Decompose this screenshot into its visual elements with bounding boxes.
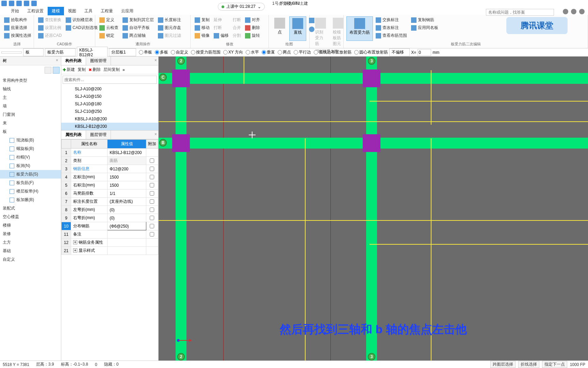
cloud-check-button[interactable]: 云检查 [98,24,120,31]
comp-item-4[interactable]: KBSLJ-A10@200 [61,115,158,123]
prop-extra-check[interactable] [150,208,154,212]
comp-item-5[interactable]: KBSLJ-B12@200 [61,123,158,130]
nav-cat-axis[interactable]: 轴线 [0,85,61,93]
x-input[interactable] [418,49,431,56]
radio-parallel[interactable]: 平行边 [294,49,311,55]
copy-to-floor-button[interactable]: 复制到其它层 [121,16,155,24]
copy-rebar-button[interactable]: 复制钢筋 [410,16,440,24]
prop-name-cell[interactable]: 名称 [71,149,108,157]
modify-group-label[interactable]: 修改 [193,41,266,47]
radio-arc-radial[interactable]: 弧线边布置放射筋 [314,49,352,55]
radio-custom[interactable]: 自定义 [171,49,188,55]
prop-value-cell[interactable]: 1500 [108,173,146,181]
prop-value-cell[interactable] [108,247,146,255]
nav-cat-stair[interactable]: 楼梯 [0,221,61,230]
ctx-dropdown-1[interactable] [1,51,22,53]
prop-name-cell[interactable]: 右标注(mm) [71,181,108,189]
align-button[interactable]: 对齐 [244,16,261,24]
point-tool-button[interactable]: 点 [272,16,288,41]
status-polyline-button[interactable]: 折线选择 [518,361,539,368]
batch-select-button[interactable]: 批量选择 [3,24,33,31]
rotate-button[interactable]: 旋转 [244,32,261,39]
nav-cat-beam[interactable]: 来 [0,119,61,127]
menu-project-settings[interactable]: 工程设置 [23,7,48,15]
auto-align-button[interactable]: 自动平齐板 [121,24,155,31]
nav-floor-strip[interactable]: 楼层板带(H) [0,187,61,196]
prop-name-cell[interactable]: 备注 [71,230,108,239]
tab-component-list[interactable]: 构件列表 [61,57,86,65]
radio-vertical[interactable]: 垂直 [262,49,275,55]
line-tool-button[interactable]: 直线 [289,16,306,41]
common-ops-label[interactable]: 通用操作 [98,41,187,47]
properties-close-icon[interactable]: × [154,132,157,137]
prop-name-cell[interactable]: 左弯折(mm) [71,206,108,214]
nav-cat-wall[interactable]: 墙 [0,102,61,110]
prop-extra-check[interactable] [150,167,154,171]
qat-save-icon[interactable] [16,1,22,6]
prop-value-cell[interactable]: (0) [108,214,146,222]
swap-annotation-button[interactable]: 交换标注 [374,16,408,24]
prop-extra-check[interactable] [150,191,154,196]
tree-view-list-button[interactable] [45,67,51,74]
prop-value-cell[interactable] [108,239,146,247]
nav-tree-close-icon[interactable]: × [56,58,58,64]
copy-component-button[interactable]: 复制 [78,67,86,73]
status-cross-layer-button[interactable]: 跨图层选择 [490,361,516,368]
qat-new-icon[interactable] [1,1,7,6]
notification-icon[interactable] [571,9,576,14]
radio-xy[interactable]: XY 方向 [223,49,243,55]
ctx-dropdown-board[interactable]: 板 [23,48,44,56]
nav-cat-hollow[interactable]: 空心楼盖 [0,213,61,221]
prop-value-cell[interactable]: (0) [108,206,146,214]
prop-name-cell[interactable]: +钢筋业务属性 [71,239,108,247]
prop-extra-check[interactable] [150,199,154,204]
nav-cat-door[interactable]: 门窗洞 [0,110,61,119]
radio-multi-board[interactable]: 多板 [155,49,168,55]
two-point-axis-button[interactable]: 两点辅轴 [121,32,155,39]
prop-name-cell[interactable]: 标注长度位置 [71,198,108,206]
lock-button[interactable]: 锁定 [98,32,120,39]
nav-board-hole[interactable]: 板洞(N) [0,162,61,170]
prop-extra-check[interactable] [150,232,154,236]
tab-drawing-mgmt[interactable]: 图纸管理 [86,57,111,65]
nav-column-cap[interactable]: 柱帽(V) [0,153,61,162]
nav-cat-decoration[interactable]: 装修 [0,230,61,238]
nav-board-rebar[interactable]: 板受力筋(S) [0,170,61,179]
prop-value-cell[interactable]: (Φ6@250) [108,222,146,230]
apply-same-board-button[interactable]: 应用同名板 [410,24,440,31]
floor-copy-button[interactable]: 层间复制 [103,67,120,73]
tab-properties[interactable]: 属性列表 [61,131,86,139]
nav-cat-main[interactable]: 主 [0,93,61,102]
prop-extra-check[interactable] [150,216,154,220]
menu-tools[interactable]: 工具 [80,7,97,15]
radio-center-radial[interactable]: 圆心布置放射筋 [354,49,388,55]
pick-component-button[interactable]: 拾取构件 [3,16,33,24]
help-icon[interactable] [563,9,568,14]
ctx-dropdown-rebar[interactable]: 板受力筋 [45,48,76,56]
menu-quantity[interactable]: 工程量 [97,7,117,15]
qat-undo-icon[interactable] [24,1,29,6]
status-next-point-button[interactable]: 指定下一点 [542,361,567,368]
draw-group-label[interactable]: 绘图 [272,41,307,47]
global-search-input[interactable] [486,9,554,16]
prop-name-cell[interactable]: 左标注(mm) [71,173,108,181]
nav-neg-rebar[interactable]: 板负筋(F) [0,179,61,187]
copy-button[interactable]: 复制 [193,16,211,24]
cad-options-button[interactable]: CAD识别选项 [64,24,99,31]
menu-start[interactable]: 开始 [7,7,23,15]
radio-by-range[interactable]: 按受力筋范围 [191,49,220,55]
prop-extra-check[interactable] [150,175,154,179]
nav-board-haunch[interactable]: 板加腋(B) [0,196,61,204]
prop-extra-check[interactable] [150,224,154,228]
view-range-button[interactable]: 查看布筋范围 [374,32,408,39]
radio-horizontal[interactable]: 水平 [246,49,259,55]
prop-name-cell[interactable]: 马凳筋排数 [71,189,108,198]
prop-extra-check[interactable] [150,158,154,163]
comp-item-2[interactable]: SLJ-A10@180 [61,100,158,108]
nav-cat-earthwork[interactable]: 土方 [0,238,61,247]
nav-cat-common[interactable]: 常用构件类型 [0,76,61,85]
user-icon[interactable] [579,9,585,14]
comp-item-3[interactable]: SLJ-C10@250 [61,108,158,115]
prop-name-cell[interactable]: 右弯折(mm) [71,214,108,222]
radio-two-point[interactable]: 两点 [278,49,291,55]
